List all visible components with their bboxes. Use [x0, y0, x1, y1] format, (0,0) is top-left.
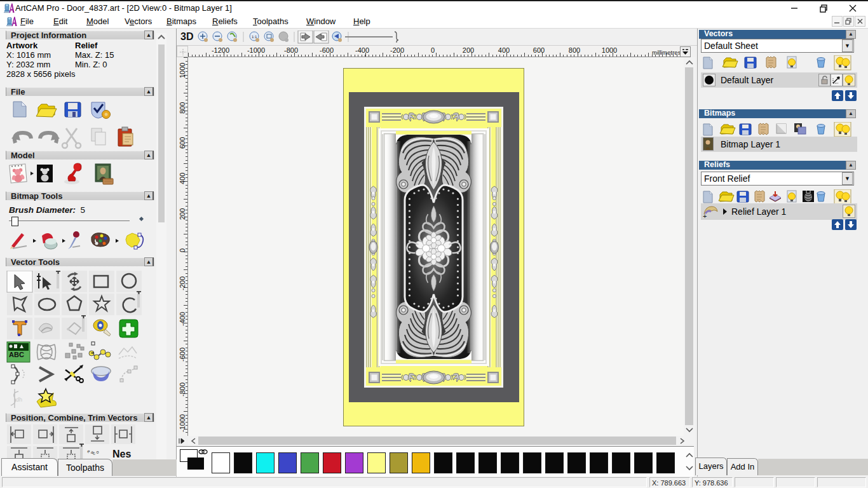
- svg-text:1:1: 1:1: [252, 35, 257, 39]
- svg-text:c o: c o: [92, 449, 99, 456]
- svg-text:Nes: Nes: [112, 449, 131, 459]
- svg-text:+: +: [703, 212, 707, 219]
- svg-text:dh: dh: [16, 396, 22, 403]
- svg-text:ABC: ABC: [9, 351, 24, 358]
